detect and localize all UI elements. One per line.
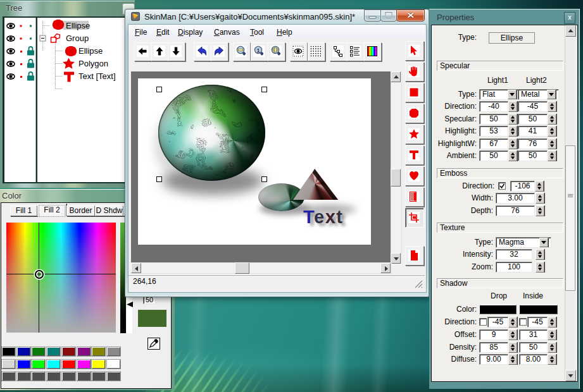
svg-text:1: 1 bbox=[256, 47, 260, 54]
